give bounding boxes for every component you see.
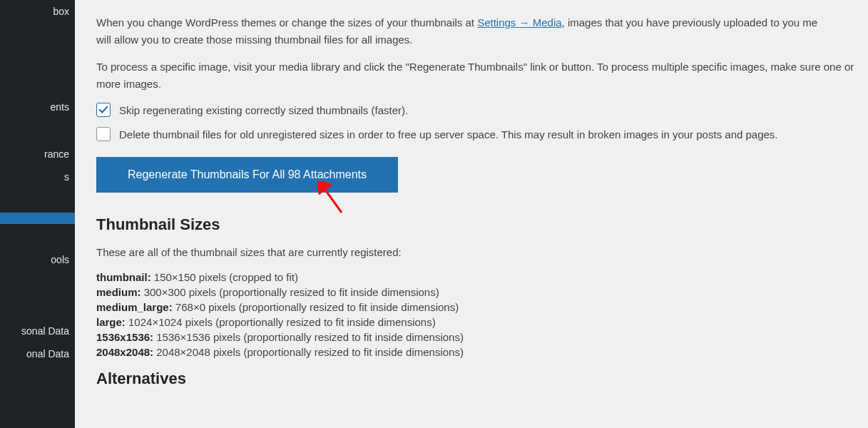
sidebar-gap — [0, 271, 75, 295]
thumbnail-size-desc: 150×150 pixels (cropped to fit) — [151, 271, 298, 283]
sidebar-item[interactable]: ools — [0, 248, 75, 271]
sidebar-item[interactable]: sonal Data — [0, 320, 75, 342]
regenerate-all-button[interactable]: Regenerate Thumbnails For All 98 Attachm… — [96, 157, 398, 193]
checkbox-skip-row: Skip regenerating existing correctly siz… — [96, 103, 868, 117]
checkbox-skip[interactable] — [96, 103, 111, 117]
checkbox-delete-label: Delete thumbnail files for old unregiste… — [119, 128, 778, 141]
thumbnail-sizes-intro: These are all of the thumbnail sizes tha… — [96, 244, 868, 261]
intro-paragraph-2: To process a specific image, visit your … — [96, 58, 868, 93]
sidebar-list: boxentsrancesoolssonal Dataonal Data — [0, 0, 75, 365]
sidebar-gap — [0, 23, 75, 47]
sidebar-gap — [0, 71, 75, 96]
thumbnail-size-desc: 2048×2048 pixels (proportionally resized… — [153, 346, 464, 358]
intro-paragraph-1: When you change WordPress themes or chan… — [96, 14, 868, 49]
sidebar-item[interactable]: rance — [0, 143, 75, 165]
thumbnail-size-name: medium: — [96, 286, 141, 298]
checkbox-delete-row: Delete thumbnail files for old unregiste… — [96, 127, 868, 141]
thumbnail-size-row: medium: 300×300 pixels (proportionally r… — [96, 286, 868, 298]
sidebar-gap — [0, 295, 75, 320]
alternatives-heading: Alternatives — [96, 370, 868, 388]
thumbnail-size-row: medium_large: 768×0 pixels (proportional… — [96, 301, 868, 313]
sidebar-gap — [0, 47, 75, 71]
sidebar-item[interactable]: s — [0, 165, 75, 188]
sidebar-gap — [0, 188, 75, 213]
sidebar-item[interactable]: ents — [0, 96, 75, 118]
thumbnail-sizes-list: thumbnail: 150×150 pixels (cropped to fi… — [96, 271, 868, 358]
thumbnail-size-row: large: 1024×1024 pixels (proportionally … — [96, 316, 868, 328]
thumbnail-size-desc: 1536×1536 pixels (proportionally resized… — [153, 331, 464, 343]
thumbnail-size-name: large: — [96, 316, 126, 328]
check-icon — [98, 105, 108, 115]
thumbnail-size-row: 1536x1536: 1536×1536 pixels (proportiona… — [96, 331, 868, 343]
settings-media-link[interactable]: Settings → Media — [477, 16, 561, 29]
checkbox-skip-label: Skip regenerating existing correctly siz… — [119, 104, 408, 116]
thumbnail-size-name: medium_large: — [96, 301, 173, 313]
app-root: boxentsrancesoolssonal Dataonal Data Whe… — [0, 0, 868, 428]
intro-text-1a: When you change WordPress themes or chan… — [96, 16, 477, 29]
main-content: When you change WordPress themes or chan… — [75, 0, 868, 428]
admin-sidebar: boxentsrancesoolssonal Dataonal Data — [0, 0, 75, 428]
thumbnail-size-name: thumbnail: — [96, 271, 151, 283]
sidebar-item[interactable]: onal Data — [0, 342, 75, 365]
thumbnail-sizes-heading: Thumbnail Sizes — [96, 215, 868, 234]
sidebar-gap — [0, 224, 75, 248]
intro-text-1b: , images that you have previously upload… — [562, 16, 818, 29]
sidebar-gap — [0, 118, 75, 143]
thumbnail-size-desc: 300×300 pixels (proportionally resized t… — [141, 286, 439, 298]
thumbnail-size-desc: 1024×1024 pixels (proportionally resized… — [126, 316, 436, 328]
thumbnail-size-row: thumbnail: 150×150 pixels (cropped to fi… — [96, 271, 868, 283]
intro-text-1c: will allow you to create those missing t… — [96, 34, 413, 46]
sidebar-item[interactable] — [0, 213, 75, 224]
thumbnail-size-name: 1536x1536: — [96, 331, 153, 343]
checkbox-delete[interactable] — [96, 127, 111, 141]
thumbnail-size-desc: 768×0 pixels (proportionally resized to … — [173, 301, 459, 313]
thumbnail-size-row: 2048x2048: 2048×2048 pixels (proportiona… — [96, 346, 868, 358]
thumbnail-size-name: 2048x2048: — [96, 346, 153, 358]
sidebar-item[interactable]: box — [0, 0, 75, 23]
